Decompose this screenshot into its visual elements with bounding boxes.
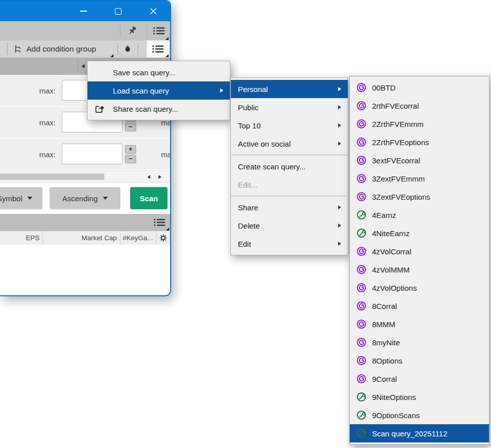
scan-query-icon: [356, 355, 366, 366]
scan-query-icon: [356, 410, 366, 420]
results-menu-button[interactable]: [153, 218, 166, 227]
query-item-4zvolmmm[interactable]: 4zVolMMM: [350, 260, 489, 279]
submenu-arrow-icon: [338, 242, 341, 246]
sort-direction-dropdown[interactable]: Ascending: [50, 187, 120, 209]
add-condition-group-button[interactable]: Add condition group: [26, 44, 96, 54]
scrollbar-thumb[interactable]: [0, 173, 104, 180]
query-item-9niteoptions[interactable]: 9NiteOptions: [350, 388, 489, 406]
dropdown-corner-icon: [166, 228, 169, 231]
query-item-3extfvecorral[interactable]: 3extFVEcorral: [350, 151, 489, 169]
sort-controls: Symbol Ascending Scan: [0, 183, 170, 214]
collapse-arrow-icon[interactable]: [81, 64, 85, 68]
desktop-background: Add condition group: [0, 0, 491, 448]
condition-group-icon: [13, 44, 23, 54]
column-header-keyga[interactable]: #KeyGa...: [120, 231, 156, 245]
scan-query-icon: [356, 82, 366, 93]
decrement-button[interactable]: −: [125, 155, 136, 163]
max-value-input[interactable]: [62, 144, 122, 164]
max-label-col2: max:: [161, 150, 171, 158]
menu-list-icon: [153, 218, 166, 227]
pin-button[interactable]: [127, 25, 138, 36]
query-item-4zvoloptions[interactable]: 4zVolOptions: [350, 279, 489, 297]
query-item-00btd[interactable]: 00BTD: [350, 78, 489, 97]
menu-item-personal[interactable]: Personal: [231, 80, 348, 98]
scroll-left-button[interactable]: [145, 174, 153, 180]
decrement-button[interactable]: −: [125, 123, 136, 131]
menu-item-create-scan-query[interactable]: Create scan query...: [231, 157, 348, 175]
scroll-right-button[interactable]: [156, 174, 164, 180]
sort-field-value: Symbol: [0, 194, 22, 203]
query-item-8corral[interactable]: 8Corral: [350, 297, 489, 315]
menu-item-public[interactable]: Public: [231, 98, 348, 116]
menu-divider: [231, 155, 347, 155]
query-item-8mynite[interactable]: 8myNite: [350, 333, 489, 351]
maximize-button[interactable]: [109, 1, 127, 21]
menu-item-share-scan-query[interactable]: Share scan query...: [88, 100, 230, 118]
column-settings-button[interactable]: [156, 231, 170, 245]
query-item-9corral[interactable]: 9Corral: [350, 370, 489, 388]
menu-list-icon: [153, 26, 165, 35]
menu-item-share[interactable]: Share: [231, 198, 348, 216]
dropdown-corner-icon: [166, 54, 169, 57]
scan-query-icon: [356, 392, 366, 402]
scan-query-icon: [356, 101, 366, 111]
query-item-scan-query-20251112[interactable]: Scan query_20251112: [350, 424, 489, 442]
results-table-header: EPS Market Cap #KeyGa...: [0, 231, 170, 245]
scan-query-icon: [356, 264, 366, 275]
minimize-button[interactable]: [75, 1, 92, 21]
maximize-icon: [115, 8, 121, 15]
results-toolbar: [0, 214, 170, 231]
menu-item-top-10[interactable]: Top 10: [231, 116, 348, 135]
condition-toolbar: Add condition group: [0, 40, 170, 58]
window-titlebar[interactable]: [0, 1, 170, 21]
column-header-market-cap[interactable]: Market Cap: [43, 231, 120, 245]
sort-direction-value: Ascending: [62, 194, 98, 203]
scan-query-icon: [356, 246, 366, 256]
sort-field-dropdown[interactable]: Symbol: [0, 187, 43, 209]
query-item-9optionscans[interactable]: 9OptionScans: [350, 406, 489, 424]
submenu-arrow-icon: [338, 105, 341, 109]
column-header-eps[interactable]: EPS: [0, 231, 43, 245]
scan-button[interactable]: Scan: [130, 187, 168, 209]
submenu-arrow-icon: [338, 205, 341, 209]
divider: [77, 60, 78, 72]
query-item-3zextfveoptions[interactable]: 3ZextFVEoptions: [350, 188, 489, 206]
menu-item-load-scan-query[interactable]: Load scan query: [88, 81, 230, 100]
load-scan-query-submenu: Personal Public Top 10 Active on social …: [230, 77, 348, 255]
top-toolbar: [0, 21, 170, 40]
scan-query-icon: [356, 337, 366, 347]
increment-button[interactable]: +: [125, 145, 136, 154]
scan-query-icon: [356, 374, 366, 384]
query-item-4earnz[interactable]: 4Earnz: [350, 206, 489, 224]
dropdown-corner-icon: [166, 37, 169, 40]
scan-query-icon: [356, 173, 366, 184]
window-menu-button[interactable]: [153, 26, 165, 35]
menu-item-save-scan-query[interactable]: Save scan query...: [88, 63, 230, 81]
query-item-8mmm[interactable]: 8MMM: [350, 315, 489, 333]
query-item-4niteearnz[interactable]: 4NiteEarnz: [350, 224, 489, 242]
hot-scan-button[interactable]: [122, 43, 133, 55]
menu-item-edit[interactable]: Edit: [231, 235, 348, 253]
menu-item-delete[interactable]: Delete: [231, 216, 348, 235]
menu-item-edit-disabled: Edit...: [231, 175, 348, 194]
menu-item-active-on-social[interactable]: Active on social: [231, 135, 348, 153]
query-item-2zrthfvemmm[interactable]: 2ZrthFVEmmm: [350, 115, 489, 133]
scan-query-menu-button[interactable]: [147, 40, 169, 58]
scan-query-icon: [356, 155, 366, 165]
query-item-3zextfvemmm[interactable]: 3ZextFVEmmm: [350, 169, 489, 188]
close-button[interactable]: [145, 1, 162, 21]
scan-query-icon: [356, 228, 366, 238]
submenu-arrow-icon: [220, 88, 223, 93]
scroll-left-icon: [147, 175, 150, 179]
horizontal-scrollbar[interactable]: [0, 170, 170, 183]
query-item-4zvolcorral[interactable]: 4zVolCorral: [350, 242, 489, 260]
submenu-arrow-icon: [338, 142, 341, 146]
query-item-8options[interactable]: 8Options: [350, 351, 489, 370]
query-item-2rthfvecorral[interactable]: 2rthFVEcorral: [350, 97, 489, 115]
scan-query-icon: [356, 283, 366, 293]
scan-query-icon: [356, 210, 366, 220]
submenu-arrow-icon: [338, 123, 341, 127]
query-item-2zrthfveoptions[interactable]: 2ZrthFVEoptions: [350, 133, 489, 151]
max-label: max:: [20, 118, 56, 126]
scan-query-icon: [356, 119, 366, 129]
